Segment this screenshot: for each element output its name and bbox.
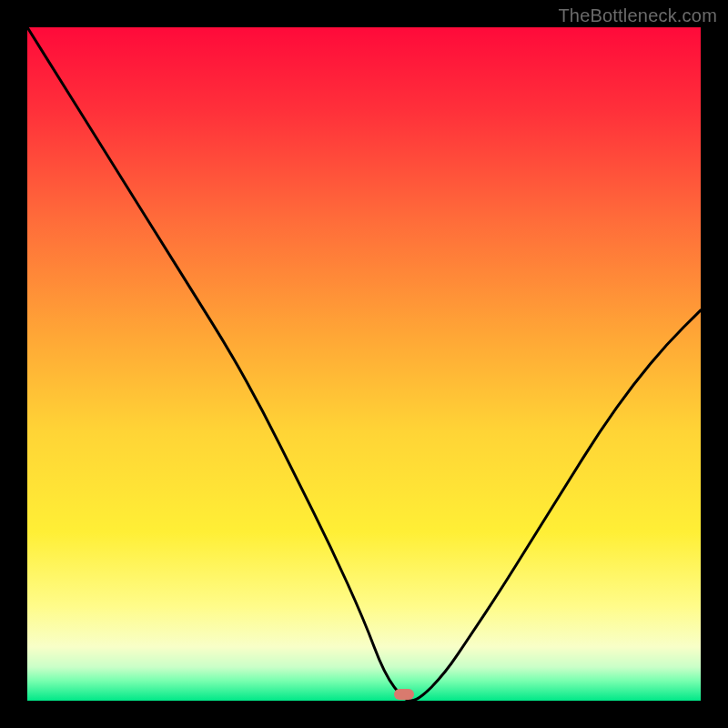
bottleneck-curve xyxy=(27,27,701,701)
optimum-marker xyxy=(394,689,414,700)
watermark-text: TheBottleneck.com xyxy=(558,5,717,26)
chart-frame: TheBottleneck.com xyxy=(0,0,728,728)
plot-area xyxy=(27,27,701,701)
